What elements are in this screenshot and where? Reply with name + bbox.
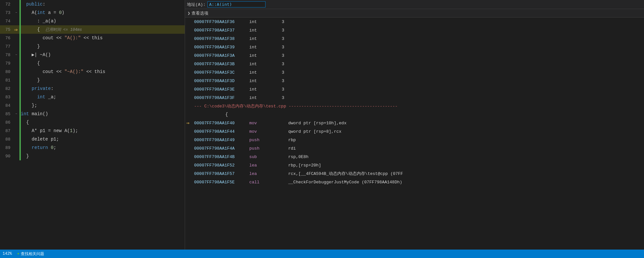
code-line-75: 75 ⇒ { 已用时间 <= 104ms	[0, 25, 185, 34]
disasm-addr-4: 00007FF798AA1F4A	[194, 146, 249, 151]
status-dot-icon: ●	[17, 252, 19, 256]
disasm-instr-4: push	[249, 146, 288, 151]
row-addr-6: 00007FF798AA1F3B	[194, 62, 249, 67]
status-indicator: ● 查找相关问题	[17, 251, 44, 257]
row-type-5: int	[249, 53, 282, 58]
code-line-77: 77 }	[0, 42, 185, 51]
code-content-88: delete p1;	[21, 135, 182, 143]
code-line-76: 76 cout << "A():" << this	[0, 34, 185, 42]
right-panel: 地址(A): ❯ 查看选项 00007FF798AA1F36 int 3 000…	[185, 0, 644, 250]
code-line-84: 84 };	[0, 101, 185, 110]
line-num-82: 82	[0, 86, 13, 91]
code-content-78: ▶| ~A()	[21, 51, 182, 59]
code-content-79: {	[21, 59, 182, 68]
memory-row-7: 00007FF798AA1F3C int 3	[185, 68, 644, 77]
memory-row-6: 00007FF798AA1F3B int 3	[185, 60, 644, 68]
brace-row: {	[185, 110, 644, 119]
disasm-operand-4: rdi	[288, 146, 643, 151]
line-num-87: 87	[0, 129, 13, 133]
row-addr-9: 00007FF798AA1F3E	[194, 87, 249, 92]
line-num-89: 89	[0, 145, 13, 150]
disasm-instr-8: call	[249, 180, 288, 185]
disasm-operand-5: rsp,0E8h	[288, 154, 643, 159]
disasm-addr-7: 00007FF798AA1F57	[194, 171, 249, 176]
status-text: 查找相关问题	[21, 251, 44, 257]
collapse-btn-78[interactable]: −	[14, 53, 18, 57]
view-options-bar: ❯ 查看选项	[185, 9, 644, 18]
row-addr-10: 00007FF798AA1F3F	[194, 95, 249, 100]
row-addr-3: 00007FF798AA1F38	[194, 36, 249, 41]
collapse-btn-73[interactable]: −	[14, 11, 18, 15]
code-line-78: 78 − ▶| ~A()	[0, 51, 185, 59]
memory-row-9: 00007FF798AA1F3E int 3	[185, 85, 644, 93]
code-line-80: 80 cout << "~A():" << this	[0, 68, 185, 76]
line-num-76: 76	[0, 36, 13, 41]
disasm-instr-1: mov	[249, 121, 288, 126]
address-input[interactable]	[207, 1, 266, 7]
code-content-73: A(int a = 0)	[21, 8, 182, 17]
code-line-90: 90 }	[0, 152, 185, 160]
disasm-addr-1: 00007FF798AA1F40	[194, 121, 249, 126]
code-content-72: public:	[21, 0, 182, 8]
row-addr-7: 00007FF798AA1F3C	[194, 70, 249, 75]
code-line-89: 89 return 0;	[0, 143, 185, 152]
code-content-81: }	[21, 76, 182, 84]
disasm-addr-3: 00007FF798AA1F49	[194, 138, 249, 142]
code-content-90: }	[21, 152, 182, 160]
disasm-addr-6: 00007FF798AA1F52	[194, 163, 249, 168]
memory-disasm-table: 00007FF798AA1F36 int 3 00007FF798AA1F37 …	[185, 18, 644, 250]
line-num-84: 84	[0, 103, 13, 108]
disasm-row-6: 00007FF798AA1F52 lea rbp,[rsp+20h]	[185, 161, 644, 169]
gutter-73[interactable]: −	[13, 11, 19, 15]
row-addr-8: 00007FF798AA1F3D	[194, 79, 249, 83]
row-value-10: 3	[282, 95, 308, 100]
gutter-75: ⇒	[13, 26, 19, 33]
brace-text: {	[206, 112, 228, 117]
gutter-78[interactable]: −	[13, 53, 19, 57]
line-num-90: 90	[0, 154, 13, 159]
row-value-4: 3	[282, 45, 308, 50]
line-num-86: 86	[0, 120, 13, 125]
code-content-75: { 已用时间 <= 104ms	[21, 25, 182, 34]
memory-row-1: 00007FF798AA1F36 int 3	[185, 18, 644, 26]
line-num-79: 79	[0, 61, 13, 66]
row-type-6: int	[249, 62, 282, 67]
line-num-73: 73	[0, 10, 13, 15]
code-line-85: 85 − int main()	[0, 110, 185, 118]
code-line-82: 82 private:	[0, 84, 185, 93]
disasm-instr-6: lea	[249, 163, 288, 168]
memory-row-3: 00007FF798AA1F38 int 3	[185, 34, 644, 43]
line-num-88: 88	[0, 137, 13, 142]
view-options-toggle[interactable]: ❯ 查看选项	[188, 10, 208, 16]
disasm-addr-8: 00007FF798AA1F5E	[194, 180, 249, 185]
code-content-85: int main()	[21, 110, 182, 118]
disasm-row-5: 00007FF798AA1F4B sub rsp,0E8h	[185, 153, 644, 161]
row-value-5: 3	[282, 53, 308, 58]
code-content-86: {	[21, 118, 182, 127]
memory-row-8: 00007FF798AA1F3D int 3	[185, 77, 644, 85]
disasm-instr-5: sub	[249, 154, 288, 159]
line-num-78: 78	[0, 53, 13, 57]
code-content-82: private:	[21, 84, 182, 93]
current-line-arrow: ⇒	[14, 26, 18, 33]
disasm-operand-3: rbp	[288, 138, 643, 142]
row-type-8: int	[249, 79, 282, 83]
code-lines: 72 public: 73 − A(int a = 0) 74	[0, 0, 185, 250]
row-value-8: 3	[282, 79, 308, 83]
row-value-1: 3	[282, 19, 308, 24]
gutter-85[interactable]: −	[13, 112, 19, 116]
separator-text: --- C:\code3\动态内存\动态内存\test.cpp --------…	[194, 103, 398, 109]
disasm-row-4: 00007FF798AA1F4A push rdi	[185, 144, 644, 153]
line-num-74: 74	[0, 19, 13, 24]
separator-row: --- C:\code3\动态内存\动态内存\test.cpp --------…	[185, 102, 644, 110]
disasm-row-1: ⇒ 00007FF798AA1F40 mov dword ptr [rsp+10…	[185, 119, 644, 127]
disasm-row-3: 00007FF798AA1F49 push rbp	[185, 136, 644, 144]
code-content-76: cout << "A():" << this	[21, 34, 182, 42]
code-content-80: cout << "~A():" << this	[21, 68, 182, 76]
code-line-87: 87 A* p1 = new A(1);	[0, 127, 185, 135]
disasm-operand-1: dword ptr [rsp+10h],edx	[288, 121, 643, 126]
collapse-btn-85[interactable]: −	[14, 112, 18, 116]
row-value-2: 3	[282, 28, 308, 33]
memory-row-5: 00007FF798AA1F3A int 3	[185, 51, 644, 60]
code-line-74: 74 : _a(a)	[0, 17, 185, 25]
